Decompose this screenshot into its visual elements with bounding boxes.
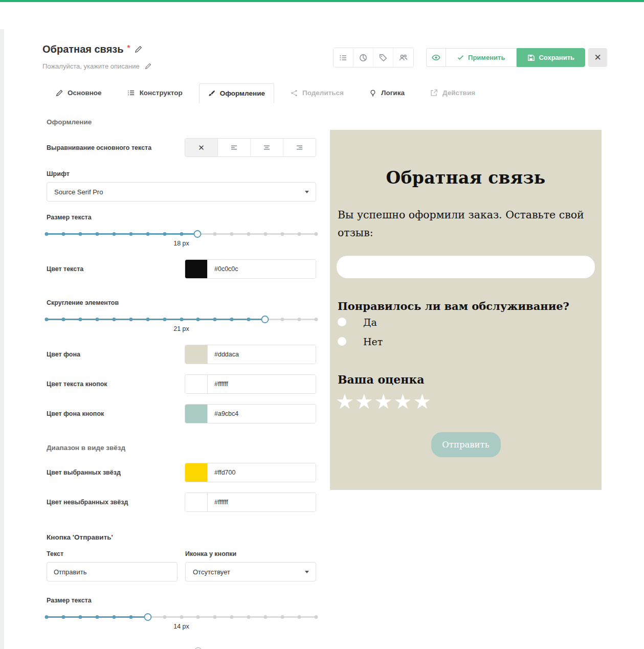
preview-question: Понравилось ли вам обслуживание? (338, 300, 594, 312)
preview-option-yes[interactable]: Да (338, 312, 594, 332)
tab-actions[interactable]: Действия (421, 83, 484, 103)
tags-button[interactable] (373, 48, 393, 67)
tab-label: Оформление (220, 89, 265, 97)
form-editor-card: Обратная связь * Пожалуйста, укажите опи… (4, 29, 644, 649)
floppy-disk-icon (527, 54, 535, 61)
edit-title-button[interactable] (134, 44, 143, 54)
star-icon[interactable]: ★ (413, 390, 432, 413)
bg-color-setting: Цвет фона (47, 345, 316, 364)
action-buttons: Применить Сохранить (426, 48, 585, 67)
star-icon[interactable]: ★ (355, 390, 374, 413)
text-color-swatch[interactable] (185, 260, 208, 278)
text-color-input[interactable] (208, 260, 316, 278)
submit-text-input[interactable] (47, 562, 177, 581)
star-icon[interactable]: ★ (374, 390, 394, 413)
star-icon[interactable]: ★ (336, 390, 355, 413)
selected-stars-color-swatch[interactable] (185, 463, 208, 482)
radius-value: 21 px (47, 325, 316, 332)
tab-design[interactable]: Оформление (199, 83, 274, 103)
unselected-stars-color-input[interactable] (208, 493, 316, 511)
align-center-icon (263, 144, 271, 151)
tab-share[interactable]: Поделиться (281, 83, 353, 103)
slider-handle[interactable] (261, 316, 269, 323)
font-label: Шрифт (47, 170, 316, 177)
eye-icon (432, 53, 440, 62)
unselected-stars-color-swatch[interactable] (185, 493, 208, 511)
button-text-color-field (185, 374, 316, 394)
unselected-stars-color-label: Цвет невыбранных звёзд (47, 499, 128, 506)
preview-intro-text: Вы успешно оформили заказ. Оставьте свой… (338, 206, 594, 242)
edit-description-button[interactable] (144, 62, 152, 71)
save-button[interactable]: Сохранить (517, 48, 585, 67)
align-right-button[interactable] (283, 139, 316, 156)
button-bg-color-setting: Цвет фона кнопок (47, 404, 316, 423)
bg-color-field (185, 345, 316, 364)
statistics-button[interactable] (353, 48, 373, 67)
page-header: Обратная связь * Пожалуйста, укажите опи… (4, 29, 644, 71)
submit-size-slider[interactable] (47, 612, 316, 621)
radius-label: Скругление элементов (47, 299, 316, 306)
alignment-toggle-group: ✕ (185, 138, 316, 157)
radio-icon[interactable] (338, 318, 346, 326)
tab-label: Основное (68, 89, 102, 97)
button-bg-color-swatch[interactable] (185, 405, 208, 423)
tab-label: Действия (442, 89, 475, 97)
text-size-slider[interactable] (47, 229, 316, 238)
responses-list-button[interactable] (334, 48, 353, 67)
bg-color-input[interactable] (208, 345, 316, 364)
text-color-field (185, 259, 316, 279)
align-none-button[interactable]: ✕ (185, 139, 218, 156)
button-text-color-input[interactable] (208, 375, 316, 393)
pie-chart-icon (359, 54, 367, 62)
preview-button[interactable] (426, 48, 446, 67)
selected-stars-color-input[interactable] (208, 463, 316, 482)
users-button[interactable] (393, 48, 413, 67)
text-color-label: Цвет текста (47, 265, 83, 273)
button-bg-color-input[interactable] (208, 405, 316, 423)
lightbulb-icon (369, 89, 376, 97)
radio-icon[interactable] (338, 337, 346, 346)
stars-section-heading: Диапазон в виде звёзд (47, 444, 316, 452)
page-background: Обратная связь * Пожалуйста, укажите опи… (0, 29, 644, 649)
preview-rating-label: Ваша оценка (338, 373, 594, 386)
form-preview: Обратная связь Вы успешно оформили заказ… (330, 130, 602, 490)
paintbrush-icon (208, 90, 215, 97)
button-text-color-label: Цвет текста кнопок (47, 381, 107, 388)
radius-slider[interactable] (47, 315, 316, 324)
tab-constructor[interactable]: Конструктор (118, 83, 192, 103)
text-color-setting: Цвет текста (47, 259, 316, 279)
text-size-label: Размер текста (47, 214, 316, 221)
close-button[interactable]: ✕ (588, 48, 607, 67)
tab-logic[interactable]: Логика (360, 83, 414, 103)
slider-handle[interactable] (144, 613, 151, 621)
font-select[interactable]: Source Serif Pro (47, 182, 316, 202)
apply-button-label: Применить (468, 54, 505, 61)
submit-size-label: Размер текста (47, 597, 316, 604)
preview-option-label: Нет (363, 336, 383, 347)
unselected-stars-color-field (185, 493, 316, 512)
submit-size-value: 14 px (47, 623, 316, 630)
required-mark: * (127, 43, 130, 52)
design-settings-panel: Оформление Выравнивание основного текста… (47, 103, 316, 649)
button-text-color-swatch[interactable] (185, 375, 208, 393)
preview-submit-button[interactable]: Отправить (431, 432, 501, 457)
tab-main[interactable]: Основное (47, 83, 111, 103)
alignment-label: Выравнивание основного текста (47, 144, 151, 151)
bg-color-swatch[interactable] (185, 345, 208, 364)
apply-button[interactable]: Применить (446, 48, 517, 67)
align-left-button[interactable] (218, 139, 251, 156)
list-icon (127, 89, 135, 97)
button-bg-color-label: Цвет фона кнопок (47, 410, 104, 417)
align-center-button[interactable] (251, 139, 283, 156)
star-icon[interactable]: ★ (394, 390, 413, 413)
slider-handle[interactable] (194, 230, 202, 238)
font-select-value: Source Serif Pro (54, 188, 103, 196)
tab-content: Оформление Выравнивание основного текста… (4, 103, 644, 649)
preview-star-rating[interactable]: ★★★★★ (336, 391, 596, 412)
align-left-icon (230, 144, 238, 151)
tab-bar: Основное Конструктор Оформление Поделить… (4, 83, 644, 103)
share-arrow-icon (430, 89, 438, 97)
preview-option-no[interactable]: Нет (338, 332, 594, 351)
submit-icon-select[interactable]: Отсутствует (185, 562, 316, 581)
preview-text-input[interactable] (337, 256, 595, 278)
